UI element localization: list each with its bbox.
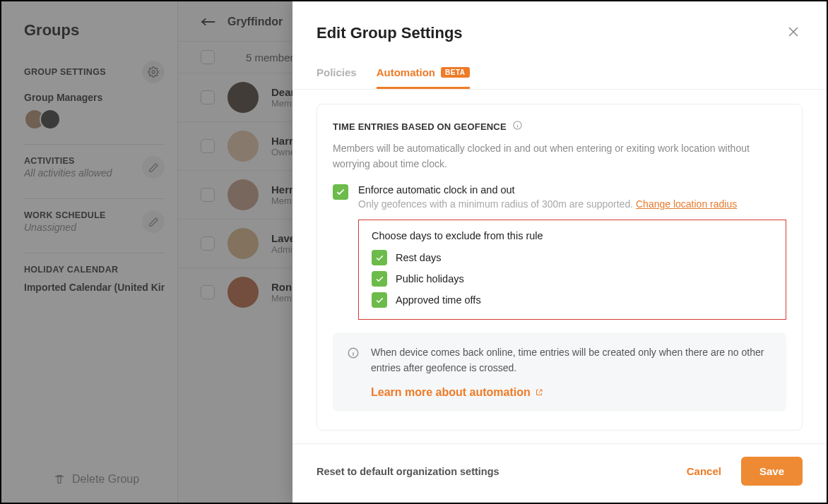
reset-defaults-link[interactable]: Reset to default organization settings (317, 466, 499, 477)
modal-title: Edit Group Settings (317, 24, 463, 42)
close-icon[interactable] (784, 23, 803, 44)
edit-group-settings-modal: Edit Group Settings Policies Automation … (292, 1, 827, 503)
save-button[interactable]: Save (741, 457, 803, 486)
info-icon[interactable] (512, 120, 523, 133)
enforce-label: Enforce automatic clock in and out (358, 184, 737, 196)
exclude-label: Rest days (396, 252, 441, 263)
exclude-checkbox[interactable] (372, 250, 387, 265)
change-location-radius-link[interactable]: Change location radius (636, 198, 737, 210)
exclude-title: Choose days to exclude from this rule (372, 230, 773, 241)
geofence-card: TIME ENTRIES BASED ON GEOFENCE Members w… (317, 104, 803, 431)
info-text: When device comes back online, time entr… (371, 345, 772, 376)
enforce-hint: Only geofences with a minimum radius of … (358, 198, 737, 210)
geofence-description: Members will be automatically clocked in… (333, 141, 786, 172)
exclude-days-box: Choose days to exclude from this rule Re… (358, 220, 786, 320)
exclude-label: Approved time offs (396, 294, 481, 306)
info-icon (347, 347, 360, 398)
tabs: Policies Automation BETA (292, 59, 827, 90)
exclude-checkbox[interactable] (372, 271, 387, 287)
learn-more-link[interactable]: Learn more about automation (371, 386, 543, 399)
tab-automation[interactable]: Automation BETA (377, 59, 470, 89)
external-link-icon (535, 388, 543, 397)
beta-badge: BETA (441, 67, 469, 78)
modal-overlay[interactable] (1, 1, 295, 503)
geofence-title: TIME ENTRIES BASED ON GEOFENCE (333, 121, 507, 132)
info-box: When device comes back online, time entr… (333, 332, 786, 411)
enforce-checkbox[interactable] (333, 184, 348, 200)
exclude-label: Public holidays (396, 273, 464, 284)
cancel-button[interactable]: Cancel (681, 458, 727, 484)
exclude-checkbox[interactable] (372, 292, 387, 308)
tab-policies[interactable]: Policies (317, 59, 357, 89)
